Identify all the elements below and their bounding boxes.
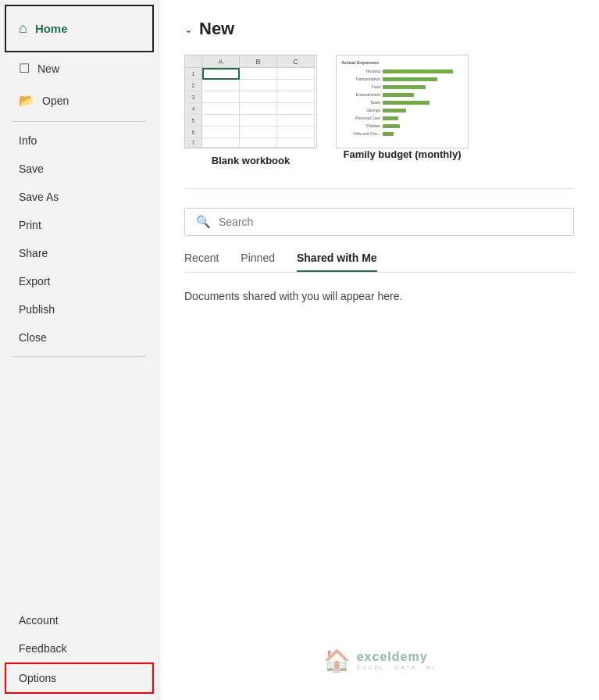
budget-bar-entertainment: Entertainment [341, 92, 463, 97]
watermark-text: exceldemy EXCEL · DATA · BI [357, 650, 436, 671]
sidebar-saveas-label: Save As [19, 191, 59, 203]
cell-c2 [277, 80, 315, 91]
watermark-sub: EXCEL · DATA · BI [357, 664, 436, 671]
budget-title: Actual Expenses [341, 60, 463, 65]
watermark-brand: exceldemy [357, 650, 436, 664]
budget-bar-taxes: Taxes [341, 100, 463, 105]
sidebar-item-save[interactable]: Save [0, 155, 159, 183]
templates-row: A B C 1 2 3 [184, 55, 574, 166]
cell-b7 [240, 138, 277, 148]
sidebar-item-home[interactable]: ⌂ Home [5, 5, 154, 52]
cell-c5 [277, 115, 315, 127]
sidebar-item-print[interactable]: Print [0, 211, 159, 239]
budget-bar-housing: Housing [341, 69, 463, 73]
sidebar-close-label: Close [19, 331, 47, 344]
row-num-4: 4 [185, 103, 202, 115]
search-input[interactable] [219, 216, 562, 228]
sidebar-item-options[interactable]: Options [5, 662, 154, 694]
tab-pinned-label: Pinned [241, 252, 275, 264]
cell-a6 [202, 127, 240, 138]
sidebar-export-label: Export [19, 275, 50, 288]
cell-a2 [202, 80, 240, 91]
cell-c7 [277, 138, 315, 148]
cell-a7 [202, 138, 240, 148]
template-budget[interactable]: Actual Expenses Housing Transportation F… [336, 55, 469, 166]
cell-a5 [202, 115, 240, 127]
new-icon: ☐ [19, 61, 30, 76]
blank-thumb: A B C 1 2 3 [184, 55, 317, 148]
home-icon: ⌂ [19, 20, 27, 37]
tab-shared[interactable]: Shared with Me [297, 252, 377, 272]
templates-divider [184, 188, 574, 189]
section-header: ⌄ New [184, 19, 574, 39]
sidebar-item-close[interactable]: Close [0, 323, 159, 352]
sidebar-options-label: Options [19, 672, 56, 684]
sidebar-item-publish[interactable]: Publish [0, 295, 159, 323]
sidebar-item-export[interactable]: Export [0, 267, 159, 295]
cell-a3 [202, 91, 240, 103]
cell-c1 [277, 68, 315, 80]
budget-thumb: Actual Expenses Housing Transportation F… [336, 55, 469, 148]
blank-workbook-label: Blank workbook [212, 155, 290, 166]
cell-c4 [277, 103, 315, 115]
sidebar-home-label: Home [35, 22, 68, 35]
sidebar-item-new[interactable]: ☐ New [0, 52, 159, 84]
sidebar-bottom: Account Feedback Options [0, 606, 159, 700]
chevron-down-icon: ⌄ [184, 23, 193, 35]
sidebar-item-open[interactable]: 📂 Open [0, 84, 159, 116]
sidebar-item-account[interactable]: Account [0, 606, 159, 634]
sidebar-item-feedback[interactable]: Feedback [0, 634, 159, 662]
watermark-logo: 🏠 exceldemy EXCEL · DATA · BI [323, 648, 436, 673]
section-title: New [199, 19, 234, 39]
row-num-3: 3 [185, 91, 202, 103]
sidebar-publish-label: Publish [19, 303, 55, 316]
sidebar-info-label: Info [19, 134, 37, 147]
budget-bar-children: Children [341, 123, 463, 128]
watermark: 🏠 exceldemy EXCEL · DATA · BI [184, 632, 574, 681]
col-header-a: A [202, 55, 240, 68]
open-icon: 📂 [19, 93, 34, 108]
cell-a1-selected [202, 68, 240, 80]
row-num-6: 6 [185, 127, 202, 138]
tab-shared-label: Shared with Me [297, 252, 377, 264]
sidebar-divider-2 [12, 356, 146, 357]
cell-b5 [240, 115, 277, 127]
search-icon: 🔍 [196, 215, 211, 229]
sidebar-print-label: Print [19, 219, 41, 231]
tab-pinned[interactable]: Pinned [241, 252, 275, 272]
budget-bar-transportation: Transportation [341, 77, 463, 81]
sidebar: ⌂ Home ☐ New 📂 Open Info Save Save As Pr… [0, 0, 159, 700]
watermark-icon: 🏠 [323, 648, 351, 673]
budget-bar-savings: Savings [341, 108, 463, 112]
budget-bar-personalcare: Personal Care [341, 116, 463, 120]
col-header-c: C [277, 55, 315, 68]
main-content: ⌄ New A B C 1 [159, 0, 599, 700]
sidebar-item-share[interactable]: Share [0, 239, 159, 267]
sidebar-feedback-label: Feedback [19, 642, 66, 655]
sidebar-account-label: Account [19, 614, 59, 627]
row-num-2: 2 [185, 80, 202, 91]
sidebar-save-label: Save [19, 162, 44, 175]
sidebar-item-save-as[interactable]: Save As [0, 183, 159, 211]
cell-b1 [240, 68, 277, 80]
budget-bar-food: Food [341, 84, 463, 89]
row-num-7: 7 [185, 138, 202, 148]
tab-recent[interactable]: Recent [184, 252, 219, 272]
template-blank[interactable]: A B C 1 2 3 [184, 55, 317, 166]
cell-b6 [240, 127, 277, 138]
empty-state-message: Documents shared with you will appear he… [184, 290, 574, 302]
search-bar[interactable]: 🔍 [184, 208, 574, 236]
sidebar-divider-1 [12, 121, 146, 122]
row-num-5: 5 [185, 115, 202, 127]
tabs-row: Recent Pinned Shared with Me [184, 252, 574, 273]
sidebar-share-label: Share [19, 247, 48, 259]
cell-b4 [240, 103, 277, 115]
sidebar-open-label: Open [42, 95, 69, 107]
cell-c6 [277, 127, 315, 138]
row-num-1: 1 [185, 68, 202, 80]
col-header-b: B [240, 55, 277, 68]
cell-a4 [202, 103, 240, 115]
cell-c3 [277, 91, 315, 103]
cell-b2 [240, 80, 277, 91]
sidebar-item-info[interactable]: Info [0, 127, 159, 155]
